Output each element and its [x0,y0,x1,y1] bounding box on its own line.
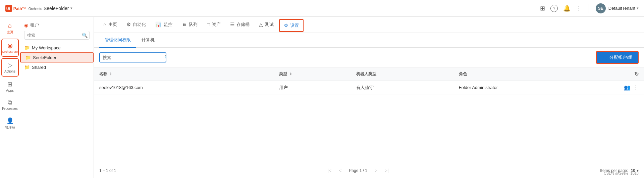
assign-button-label: 分配帐户/组 [609,54,633,60]
search-input[interactable] [100,53,162,62]
breadcrumb-folder[interactable]: SeeleFolder ▾ [44,6,72,11]
home-tab-icon: ⌂ [103,21,106,27]
watermark: CSDN @Seele_1018 [604,171,639,175]
breadcrumb-folder-name: SeeleFolder [44,6,69,11]
search-box: 🔍 [99,52,166,62]
tab-monitoring[interactable]: 📊 监控 [151,17,176,33]
folder-item-shared[interactable]: 📁 Shared [20,62,94,72]
svg-text:Path™: Path™ [13,6,26,11]
tab-storage-label: 存储桶 [236,21,250,28]
tab-automation-label: 自动化 [133,21,146,28]
tab-settings[interactable]: ⚙ 设置 [279,19,304,32]
row-assign-button[interactable]: 👥 [624,84,631,91]
tab-assets-label: 资产 [212,21,221,28]
access-table: 名称 ⇕ 类型 ⇕ 机器人类型 角色 [94,68,644,94]
header-right: ⊞ ? 🔔 ⋮ SE DefaultTenant ▾ [540,3,639,13]
folder-search-wrap: 🔍 [24,31,90,40]
row-more-button[interactable]: ⋮ [633,84,639,91]
content-area: ⌂ 主页 ⚙ 自动化 📊 监控 🖥 队列 □ 资产 ☰ 存储桶 [94,17,644,178]
settings-tab-icon: ⚙ [284,23,288,29]
sidebar-item-apps[interactable]: ⊞ Apps [1,78,19,95]
queue-tab-icon: 🖥 [182,21,187,27]
pagination-controls: |< < Page 1 / 1 > >| [325,166,391,175]
breadcrumb-chevron-icon: ▾ [70,6,72,10]
tenant-icon: ◉ [24,23,28,28]
sidebar-item-actions[interactable]: ▷ Actions [1,58,19,77]
tab-queue-label: 队列 [189,21,198,28]
home-icon: ⌂ [8,22,12,29]
assign-button[interactable]: 👤 分配帐户/组 [596,51,639,64]
sub-tabs-row: 管理访问权限 计算机 [94,33,644,48]
tab-test[interactable]: △ 测试 [255,17,278,33]
automation-tab-icon: ⚙ [126,21,131,28]
sub-tab-computers[interactable]: 计算机 [136,33,160,48]
add-button[interactable]: ⊞ [540,5,545,12]
monitoring-tab-icon: 📊 [155,21,162,28]
folder-icon-my-workspace: 📁 [24,45,30,50]
tab-assets[interactable]: □ 资产 [203,17,225,33]
folder-label-my-workspace: My Workspace [32,45,61,50]
sub-tab-access[interactable]: 管理访问权限 [99,33,136,48]
notifications-bell-icon[interactable]: 🔔 [563,5,571,12]
more-options-icon[interactable]: ⋮ [576,5,582,12]
tab-automation[interactable]: ⚙ 自动化 [122,17,150,33]
cell-role: Folder Administrator [453,81,619,94]
left-sidebar: ⌂ 主页 ◉ Orchestrate ▷ Actions ⊞ Apps ⧉ Pr… [0,17,20,178]
folder-search-icon: 🔍 [82,33,88,38]
tab-storage[interactable]: ☰ 存储桶 [226,17,254,33]
admin-icon: 👤 [6,117,14,125]
svg-text:Orchestrator: Orchestrator [29,7,42,10]
sidebar-item-processes[interactable]: ⧉ Processes [1,96,19,113]
storage-tab-icon: ☰ [230,21,234,28]
folder-sidebar: ◉ 租户 🔍 📁 My Workspace 📁 SeeleFolder 📁 Sh… [20,17,94,178]
main-layout: ⌂ 主页 ◉ Orchestrate ▷ Actions ⊞ Apps ⧉ Pr… [0,17,644,178]
cell-robot-type: 有人值守 [351,81,453,94]
folder-search-input[interactable] [24,31,90,40]
assets-tab-icon: □ [207,21,210,27]
prev-page-button[interactable]: < [335,166,345,175]
processes-icon: ⧉ [8,99,12,106]
folder-icon-shared: 📁 [24,64,30,70]
sort-type-icon[interactable]: ⇕ [289,72,292,76]
sort-name-icon[interactable]: ⇕ [109,72,112,76]
sub-tab-computers-label: 计算机 [142,37,155,43]
last-page-button[interactable]: >| [382,166,391,175]
top-header: Ui Path™ Orchestrator SeeleFolder ▾ ⊞ ? … [0,0,644,17]
next-page-button[interactable]: > [371,166,381,175]
search-button[interactable]: 🔍 [162,53,166,62]
tenant-chevron-icon: ▾ [637,6,639,10]
sidebar-item-apps-label: Apps [6,89,14,92]
tab-home[interactable]: ⌂ 主页 [99,17,121,33]
help-button[interactable]: ? [550,5,558,12]
col-type: 类型 ⇕ [274,68,351,81]
logo-area: Ui Path™ Orchestrator [5,4,42,13]
cell-name: seelev1018@163.com [94,81,274,94]
table-container: 名称 ⇕ 类型 ⇕ 机器人类型 角色 [94,68,644,163]
tenant-label: 租户 [30,22,39,28]
folder-search: 🔍 [20,31,94,43]
table-row: seelev1018@163.com 用户 有人值守 Folder Admini… [94,81,644,94]
tenant-selector[interactable]: SE DefaultTenant ▾ [596,3,639,13]
pagination-range: 1 – 1 of 1 [99,168,116,173]
tab-test-label: 测试 [265,21,274,28]
folder-item-seele-folder[interactable]: 📁 SeeleFolder [20,52,94,62]
folder-label-seele-folder: SeeleFolder [33,55,56,60]
actions-icon: ▷ [8,61,12,69]
first-page-button[interactable]: |< [325,166,334,175]
tab-settings-label: 设置 [290,23,299,29]
col-name: 名称 ⇕ [94,68,274,81]
sidebar-item-orchestrator[interactable]: ◉ Orchestrate [1,39,19,57]
col-robot-type: 机器人类型 [351,68,453,81]
cell-type: 用户 [274,81,351,94]
tab-home-label: 主页 [108,21,117,28]
refresh-icon[interactable]: ↻ [634,71,639,77]
sidebar-item-home-label: 主页 [7,30,13,35]
folder-icon-seele-folder: 📁 [25,55,31,60]
sidebar-item-admin[interactable]: 👤 管理员 [1,115,19,133]
orchestrator-icon: ◉ [7,42,13,49]
tab-queue[interactable]: 🖥 队列 [178,17,202,33]
pagination-row: 1 – 1 of 1 |< < Page 1 / 1 > >| Items pe… [94,163,644,178]
folder-item-my-workspace[interactable]: 📁 My Workspace [20,43,94,52]
sidebar-item-home[interactable]: ⌂ 主页 [1,19,19,37]
svg-text:Ui: Ui [6,6,10,10]
